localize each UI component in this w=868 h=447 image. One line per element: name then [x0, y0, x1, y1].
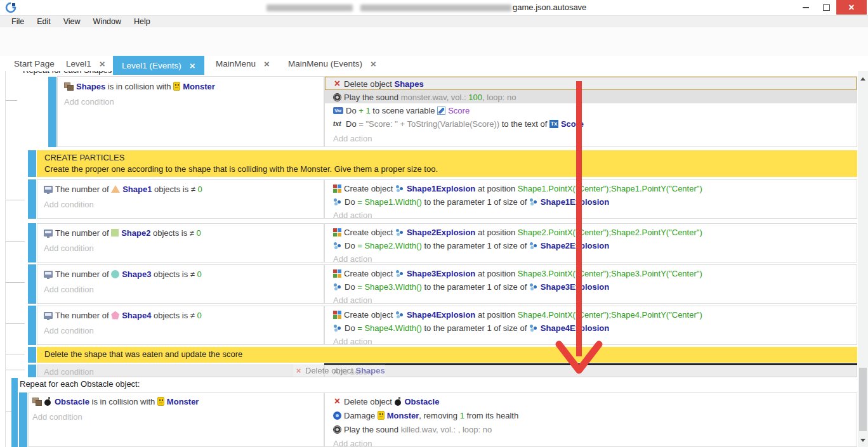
- condition-row[interactable]: Shapes is in collision with Monster: [58, 80, 324, 93]
- condition-row-obstacle-collision[interactable]: Obstacle is in collision with Monster: [29, 395, 324, 408]
- actions-cell[interactable]: Create object Shape4Explosion at positio…: [324, 306, 857, 345]
- particles-icon: [395, 185, 404, 193]
- add-action-link[interactable]: Add action: [325, 437, 857, 447]
- scroll-up-icon[interactable]: [860, 77, 865, 81]
- action-row-delete-shapes[interactable]: Delete object Shapes: [325, 77, 857, 90]
- tab-close-icon[interactable]: [190, 60, 195, 71]
- action-row-size-shape2explosion[interactable]: Do = Shape2.Width() to the parameter 1 o…: [325, 239, 857, 252]
- tab-mainmenu[interactable]: MainMenu: [207, 56, 279, 71]
- event-sheet[interactable]: Repeat for each Shapes object: Shapes is…: [0, 71, 858, 447]
- add-action-link[interactable]: Add action: [325, 209, 857, 221]
- scroll-down-icon[interactable]: [860, 439, 865, 442]
- event-drag-bar[interactable]: [28, 150, 36, 177]
- action-row-text-score[interactable]: Do = "Score: " + ToString(Variable(Score…: [325, 117, 857, 130]
- event-drag-bar[interactable]: [28, 179, 36, 219]
- dragged-action-ghost[interactable]: Delete object Shapes: [293, 365, 385, 377]
- scene-variable-icon: [437, 107, 445, 115]
- action-row-play-killed-sound[interactable]: Play the sound killed.wav, vol.: , loop:…: [325, 423, 857, 436]
- action-row-scene-variable[interactable]: Do + 1 to scene variable Score: [325, 104, 857, 117]
- tab-close-icon[interactable]: [100, 58, 105, 69]
- shape1-triangle-icon: [111, 185, 120, 193]
- tab-level1-events[interactable]: Level1 (Events): [113, 56, 204, 75]
- tab-level1[interactable]: Level1: [57, 56, 114, 71]
- tab-close-icon[interactable]: [264, 58, 270, 69]
- tab-mainmenu-events[interactable]: MainMenu (Events): [279, 56, 385, 71]
- minimize-button[interactable]: [796, 0, 815, 15]
- repeat-obstacle-header[interactable]: Repeat for each Obstacle object:: [20, 379, 140, 389]
- action-row-create-shape4explosion[interactable]: Create object Shape4Explosion at positio…: [325, 308, 857, 321]
- conditions-cell[interactable]: Shapes is in collision with Monster Add …: [57, 76, 324, 147]
- comment-create-particles[interactable]: CREATE PARTICLES Create the proper one a…: [37, 150, 857, 177]
- action-row-create-shape3explosion[interactable]: Create object Shape3Explosion at positio…: [325, 267, 857, 280]
- action-row-delete-obstacle[interactable]: Delete object Obstacle: [325, 395, 857, 408]
- create-object-icon: [333, 311, 341, 319]
- action-row-size-shape3explosion[interactable]: Do = Shape3.Width() to the parameter 1 o…: [325, 280, 857, 293]
- menu-file[interactable]: File: [5, 16, 30, 27]
- minimize-icon: [803, 7, 809, 8]
- condition-row-shape3-count[interactable]: The number of Shape3 objects is ≠ 0: [37, 268, 324, 280]
- create-object-icon: [333, 185, 341, 193]
- add-condition-link[interactable]: Add condition: [37, 198, 324, 211]
- event-drag-bar[interactable]: [48, 77, 56, 147]
- add-action-link[interactable]: Add action: [325, 365, 857, 378]
- add-action-link[interactable]: Add action: [325, 132, 857, 145]
- event-drag-bar[interactable]: [28, 347, 36, 363]
- tab-close-icon[interactable]: [371, 58, 376, 69]
- scrollbar-thumb[interactable]: [859, 368, 867, 431]
- comment-delete-shape[interactable]: Delete the shape that was eaten and upda…: [37, 347, 857, 363]
- close-button[interactable]: [836, 0, 867, 15]
- event-drag-bar[interactable]: [19, 392, 27, 447]
- menu-bar: File Edit View Window Help: [0, 16, 868, 27]
- action-row-create-shape2explosion[interactable]: Create object Shape2Explosion at positio…: [325, 226, 857, 238]
- action-row-create-shape1explosion[interactable]: Create object Shape1Explosion at positio…: [325, 182, 857, 195]
- menu-edit[interactable]: Edit: [30, 16, 57, 27]
- event-drag-bar[interactable]: [28, 264, 36, 304]
- conditions-cell[interactable]: The number of Shape3 objects is ≠ 0 Add …: [37, 264, 324, 304]
- add-action-link[interactable]: Add action: [325, 252, 857, 265]
- conditions-cell[interactable]: Add condition: [37, 365, 324, 377]
- obstacle-bomb-icon: [395, 397, 402, 406]
- vertical-scrollbar[interactable]: [858, 71, 868, 447]
- add-condition-link[interactable]: Add condition: [29, 410, 324, 423]
- add-action-link[interactable]: Add action: [325, 294, 857, 306]
- add-condition-link[interactable]: Add condition: [37, 324, 324, 337]
- conditions-cell[interactable]: Obstacle is in collision with Monster Ad…: [28, 392, 324, 447]
- action-row-damage-monster[interactable]: Damage Monster , removing 1 from its hea…: [325, 409, 857, 422]
- add-action-link[interactable]: Add action: [325, 335, 857, 347]
- menu-help[interactable]: Help: [128, 16, 157, 27]
- add-condition-link[interactable]: Add condition: [58, 95, 324, 108]
- redacted-title-segment: [266, 4, 353, 11]
- condition-row-shape2-count[interactable]: The number of Shape2 objects is ≠ 0: [37, 226, 324, 239]
- action-row-play-sound[interactable]: Play the sound monster.wav, vol.: 100 , …: [325, 91, 857, 103]
- create-object-icon: [333, 269, 341, 278]
- actions-cell[interactable]: Delete object Shapes Play the sound mons…: [324, 76, 857, 147]
- menu-view[interactable]: View: [57, 16, 87, 27]
- conditions-cell[interactable]: The number of Shape2 objects is ≠ 0 Add …: [37, 223, 324, 262]
- actions-cell[interactable]: Add action: [324, 365, 857, 377]
- actions-cell[interactable]: Create object Shape1Explosion at positio…: [324, 179, 857, 219]
- add-condition-link[interactable]: Add condition: [37, 242, 324, 254]
- particles-icon: [529, 324, 538, 332]
- action-row-size-shape1explosion[interactable]: Do = Shape1.Width() to the parameter 1 o…: [325, 195, 857, 208]
- particles-icon: [395, 228, 404, 236]
- tab-start-page[interactable]: Start Page: [5, 56, 63, 71]
- actions-cell[interactable]: Create object Shape3Explosion at positio…: [324, 264, 857, 304]
- add-condition-link[interactable]: Add condition: [37, 365, 324, 378]
- toolbar: [0, 27, 868, 56]
- add-condition-link[interactable]: Add condition: [37, 283, 324, 295]
- event-drag-bar[interactable]: [28, 365, 36, 377]
- restore-button[interactable]: [817, 0, 836, 15]
- shape3-circle-icon: [111, 270, 119, 278]
- conditions-cell[interactable]: The number of Shape4 objects is ≠ 0 Add …: [37, 306, 324, 345]
- menu-window[interactable]: Window: [87, 16, 128, 27]
- tree-line: [5, 71, 6, 447]
- conditions-cell[interactable]: The number of Shape1 objects is ≠ 0 Add …: [37, 179, 324, 219]
- condition-row-shape1-count[interactable]: The number of Shape1 objects is ≠ 0: [37, 183, 324, 195]
- actions-cell[interactable]: Create object Shape2Explosion at positio…: [324, 223, 857, 262]
- event-drag-bar[interactable]: [11, 378, 18, 447]
- condition-row-shape4-count[interactable]: The number of Shape4 objects is ≠ 0: [37, 309, 324, 321]
- action-row-size-shape4explosion[interactable]: Do = Shape4.Width() to the parameter 1 o…: [325, 321, 857, 334]
- event-drag-bar[interactable]: [28, 223, 36, 262]
- event-drag-bar[interactable]: [28, 306, 36, 345]
- actions-cell[interactable]: Delete object Obstacle Damage Monster , …: [324, 392, 857, 447]
